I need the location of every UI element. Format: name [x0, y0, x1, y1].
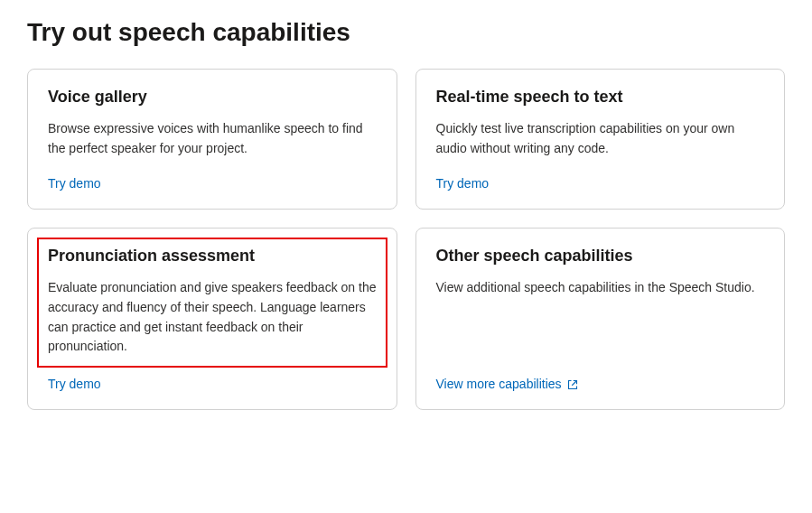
try-demo-link[interactable]: Try demo [48, 377, 377, 391]
external-link-icon [567, 378, 578, 389]
card-title: Real-time speech to text [436, 88, 765, 107]
highlight-box: Pronunciation assessment Evaluate pronun… [37, 238, 387, 368]
card-description: View additional speech capabilities in t… [436, 278, 765, 359]
card-realtime-stt: Real-time speech to text Quickly test li… [415, 69, 786, 210]
link-label: View more capabilities [436, 377, 562, 391]
page-title: Try out speech capabilities [27, 18, 785, 47]
card-description: Quickly test live transcription capabili… [436, 119, 765, 158]
card-title: Pronunciation assessment [48, 247, 377, 266]
card-description: Browse expressive voices with humanlike … [48, 119, 377, 158]
card-grid: Voice gallery Browse expressive voices w… [27, 69, 785, 410]
view-more-link[interactable]: View more capabilities [436, 377, 765, 391]
card-title: Other speech capabilities [436, 247, 765, 266]
try-demo-link[interactable]: Try demo [436, 176, 765, 191]
card-other-capabilities: Other speech capabilities View additiona… [415, 228, 786, 410]
card-voice-gallery: Voice gallery Browse expressive voices w… [27, 69, 397, 210]
card-description: Evaluate pronunciation and give speakers… [48, 278, 377, 357]
card-pronunciation-assessment: Pronunciation assessment Evaluate pronun… [27, 228, 397, 410]
card-title: Voice gallery [48, 88, 377, 107]
try-demo-link[interactable]: Try demo [48, 176, 377, 191]
